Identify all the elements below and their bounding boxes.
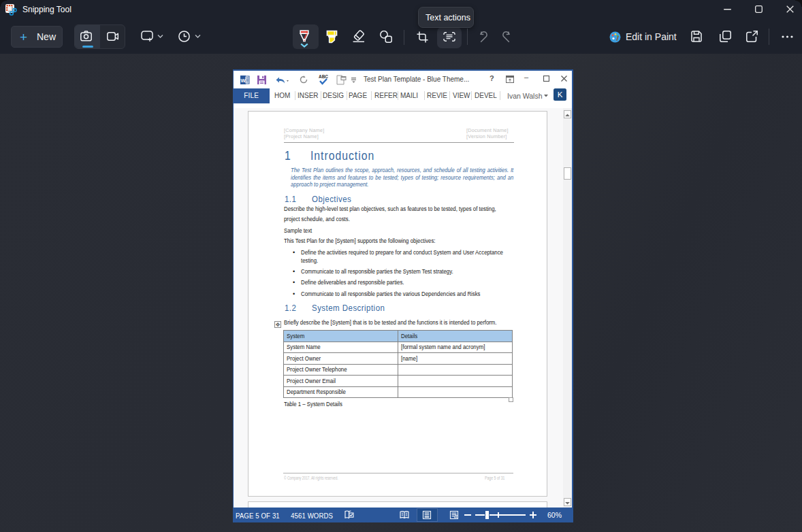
svg-text:W: W xyxy=(240,78,246,84)
svg-text:ABC: ABC xyxy=(319,74,328,79)
